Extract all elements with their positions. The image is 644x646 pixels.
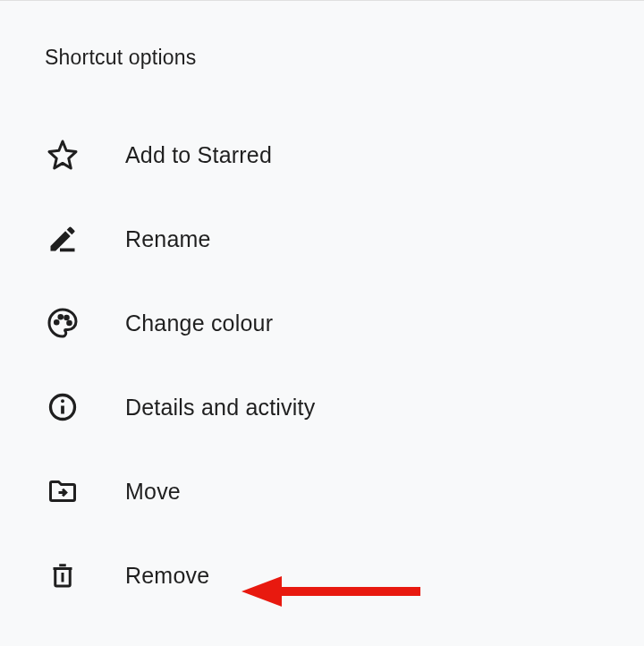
shortcut-options-menu: Shortcut options Add to Starred Rename (0, 1, 644, 617)
svg-rect-0 (60, 249, 75, 252)
svg-point-3 (65, 316, 69, 319)
svg-point-7 (61, 399, 64, 403)
menu-item-label: Rename (125, 226, 211, 252)
menu-item-label: Add to Starred (125, 142, 272, 168)
folder-move-icon (45, 473, 80, 509)
menu-item-label: Move (125, 479, 181, 505)
svg-point-4 (68, 321, 72, 325)
svg-point-2 (59, 315, 63, 319)
menu-item-label: Change colour (125, 310, 273, 336)
add-to-starred-menu-item[interactable]: Add to Starred (45, 113, 599, 197)
change-colour-menu-item[interactable]: Change colour (45, 281, 599, 365)
details-activity-menu-item[interactable]: Details and activity (45, 365, 599, 449)
rename-icon (45, 221, 80, 257)
palette-icon (45, 305, 80, 341)
menu-title: Shortcut options (45, 46, 599, 70)
rename-menu-item[interactable]: Rename (45, 197, 599, 281)
trash-icon (45, 557, 80, 593)
menu-item-label: Details and activity (125, 395, 315, 421)
move-menu-item[interactable]: Move (45, 449, 599, 533)
info-icon (45, 389, 80, 425)
menu-item-label: Remove (125, 563, 209, 589)
remove-menu-item[interactable]: Remove (45, 533, 599, 617)
star-outline-icon (45, 137, 80, 173)
svg-point-1 (55, 320, 58, 324)
